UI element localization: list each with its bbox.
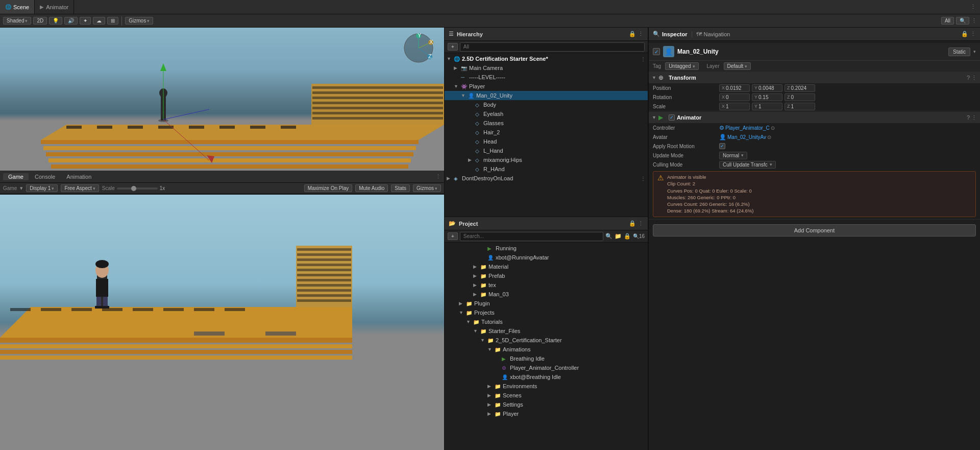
tree-head[interactable]: ◇ Head bbox=[445, 137, 648, 146]
project-xbot-breathing[interactable]: 👤 xbot@Breathing Idle bbox=[445, 372, 648, 382]
avatar-select-icon[interactable]: ⊙ bbox=[767, 134, 771, 140]
scale-x-field[interactable]: X 1 bbox=[719, 103, 750, 110]
shaded-dropdown[interactable]: Shaded ▾ bbox=[3, 17, 31, 25]
game-gizmos[interactable]: Gizmos ▾ bbox=[413, 184, 441, 192]
tree-rhand[interactable]: ◇ R_HAnd bbox=[445, 164, 648, 174]
tree-scene-root[interactable]: ▼ 🌐 2.5D Certification Starter Scene* ⋮ bbox=[445, 54, 648, 63]
search-scene[interactable]: 🔍 bbox=[956, 17, 969, 25]
project-search-icon[interactable]: 🔍 bbox=[605, 233, 612, 240]
2d-button[interactable]: 2D bbox=[33, 17, 47, 25]
animator-comp-checkbox[interactable]: ✓ bbox=[669, 114, 675, 121]
avatar-link[interactable]: 👤 Man_02_UnityAv ⊙ bbox=[719, 134, 771, 140]
project-man03[interactable]: ▶ 📁 Man_03 bbox=[445, 290, 648, 299]
project-2-5d-starter[interactable]: ▼ 📁 2_5D_Certification_Starter bbox=[445, 336, 648, 345]
tree-glasses[interactable]: ◇ Glasses bbox=[445, 119, 648, 128]
root-motion-checkbox[interactable]: ✓ bbox=[719, 143, 725, 149]
static-dropdown-arrow[interactable]: ▾ bbox=[973, 49, 976, 54]
project-lock2-icon[interactable]: 🔒 bbox=[624, 233, 631, 240]
navigation-tab[interactable]: 🗺 Navigation bbox=[692, 31, 730, 37]
animator-help-icon[interactable]: ? bbox=[967, 114, 970, 121]
tree-dontdestroy[interactable]: ▶ ◈ DontDestroyOnLoad ⋮ bbox=[445, 174, 648, 183]
project-settings[interactable]: ▶ 📁 Settings bbox=[445, 400, 648, 409]
game-dropdown-arrow[interactable]: ▾ bbox=[20, 185, 23, 192]
tree-eyelash[interactable]: ◇ Eyelash bbox=[445, 109, 648, 119]
grid-button[interactable]: ⊞ bbox=[107, 17, 118, 25]
tab-animation[interactable]: Animation bbox=[61, 173, 96, 180]
hierarchy-lock-icon[interactable]: 🔒 bbox=[629, 31, 636, 37]
gizmos-dropdown[interactable]: Gizmos ▾ bbox=[125, 17, 153, 25]
project-breathing-idle[interactable]: ▶ Breathing Idle bbox=[445, 354, 648, 363]
controller-select-icon[interactable]: ⊙ bbox=[771, 125, 775, 131]
hierarchy-more-icon[interactable]: ⋮ bbox=[638, 31, 644, 37]
transform-help-icon[interactable]: ? bbox=[967, 75, 970, 81]
mute-audio[interactable]: Mute Audio bbox=[355, 184, 388, 192]
inspector-more-icon[interactable]: ⋮ bbox=[970, 31, 976, 37]
controller-link[interactable]: ⚙ Player_Animator_C ⊙ bbox=[719, 125, 775, 131]
position-y-field[interactable]: Y 0.0048 bbox=[752, 84, 782, 92]
project-environments[interactable]: ▶ 📁 Environments bbox=[445, 382, 648, 391]
rotation-y-field[interactable]: Y 0.15 bbox=[752, 93, 782, 101]
tab-game[interactable]: Game bbox=[3, 173, 29, 180]
display-dropdown[interactable]: Display 1 ▾ bbox=[26, 184, 58, 192]
project-projects[interactable]: ▼ 📁 Projects bbox=[445, 308, 648, 317]
project-running[interactable]: ▶ Running bbox=[445, 244, 648, 253]
static-button[interactable]: Static bbox=[948, 48, 970, 56]
light-button[interactable]: 💡 bbox=[49, 17, 62, 25]
project-lock-icon[interactable]: 🔒 bbox=[629, 220, 636, 227]
transform-header[interactable]: ▼ ⊕ Transform ? ⋮ bbox=[649, 72, 980, 83]
scene-view[interactable]: Y X Z bbox=[0, 28, 444, 171]
update-mode-dropdown[interactable]: Normal ▾ bbox=[719, 152, 747, 159]
animator-more-icon[interactable]: ⋮ bbox=[971, 114, 977, 121]
tree-level[interactable]: ─ -----LEVEL----- bbox=[445, 73, 648, 82]
project-running-avatar[interactable]: 👤 xbot@RunningAvatar bbox=[445, 253, 648, 262]
tab-console[interactable]: Console bbox=[30, 173, 60, 180]
tree-player[interactable]: ▼ 👾 Player bbox=[445, 82, 648, 91]
hierarchy-search[interactable] bbox=[460, 42, 645, 52]
game-view[interactable] bbox=[0, 194, 444, 450]
hierarchy-add-button[interactable]: + bbox=[448, 43, 458, 51]
game-more-options[interactable]: ⋮ bbox=[435, 173, 441, 180]
maximize-on-play[interactable]: Maximize On Play bbox=[304, 184, 353, 192]
fx-button[interactable]: ✦ bbox=[80, 17, 91, 25]
rotation-x-field[interactable]: X 0 bbox=[719, 93, 750, 101]
project-tutorials[interactable]: ▼ 📁 Tutorials bbox=[445, 317, 648, 326]
project-scenes[interactable]: ▶ 📁 Scenes bbox=[445, 391, 648, 400]
project-player-folder[interactable]: ▶ 📁 Player bbox=[445, 409, 648, 418]
stats-button[interactable]: Stats bbox=[391, 184, 410, 192]
project-starter-files[interactable]: ▼ 📁 Starter_Files bbox=[445, 326, 648, 336]
rotation-z-field[interactable]: Z 0 bbox=[785, 93, 815, 101]
all-filter[interactable]: All bbox=[941, 17, 954, 25]
project-add-button[interactable]: + bbox=[448, 232, 458, 240]
scene-more-options[interactable]: ⋮ bbox=[971, 17, 977, 24]
tree-body[interactable]: ◇ Body bbox=[445, 100, 648, 109]
inspector-tab[interactable]: Inspector bbox=[662, 31, 688, 37]
project-plugin[interactable]: ▶ 📁 Plugin bbox=[445, 299, 648, 308]
aspect-dropdown[interactable]: Free Aspect ▾ bbox=[61, 184, 99, 192]
scene-options-icon[interactable]: ⋮ bbox=[970, 4, 976, 10]
scene-root-options[interactable]: ⋮ bbox=[641, 56, 646, 62]
project-more-icon[interactable]: ⋮ bbox=[638, 220, 644, 227]
position-z-field[interactable]: Z 0.2024 bbox=[785, 84, 815, 92]
scale-slider-track[interactable] bbox=[117, 187, 158, 190]
object-active-checkbox[interactable]: ✓ bbox=[653, 48, 660, 55]
tab-animator[interactable]: ▶ Animator bbox=[35, 0, 74, 14]
transform-more-icon[interactable]: ⋮ bbox=[971, 75, 977, 81]
project-material[interactable]: ▶ 📁 Material bbox=[445, 262, 648, 271]
navigation-gizmo[interactable]: Y X Z bbox=[403, 33, 434, 63]
project-search[interactable] bbox=[460, 232, 603, 241]
tag-dropdown[interactable]: Untagged ▾ bbox=[665, 62, 698, 70]
position-x-field[interactable]: X 0.0192 bbox=[719, 84, 750, 92]
skybox-button[interactable]: ☁ bbox=[93, 17, 105, 25]
inspector-lock-icon[interactable]: 🔒 bbox=[961, 31, 968, 37]
tree-man-02-unity[interactable]: ▼ 👤 Man_02_Unity bbox=[445, 91, 648, 100]
audio-button[interactable]: 🔊 bbox=[64, 17, 78, 25]
layer-dropdown[interactable]: Default ▾ bbox=[724, 62, 751, 70]
tree-hair2[interactable]: ◇ Hair_2 bbox=[445, 128, 648, 137]
tab-scene[interactable]: 🌐 Scene bbox=[0, 0, 35, 14]
tree-main-camera[interactable]: ▶ 📷 Main Camera bbox=[445, 63, 648, 73]
project-folder-icon[interactable]: 📁 bbox=[615, 233, 622, 240]
add-component-button[interactable]: Add Component bbox=[653, 224, 976, 236]
project-animations[interactable]: ▼ 📁 Animations bbox=[445, 345, 648, 354]
dontdestroy-options[interactable]: ⋮ bbox=[641, 176, 646, 181]
scale-y-field[interactable]: Y 1 bbox=[752, 103, 782, 110]
